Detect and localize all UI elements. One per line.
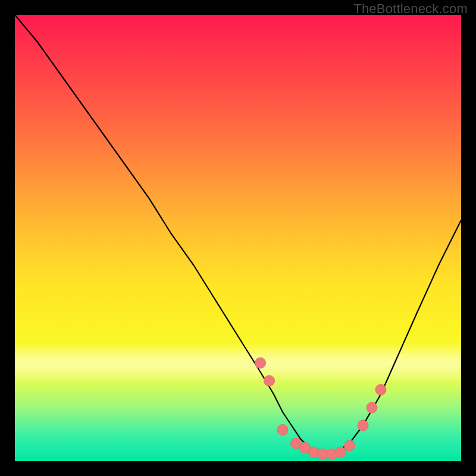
marker-dot <box>367 402 377 413</box>
curve-layer <box>15 15 461 461</box>
marker-dot <box>336 447 346 458</box>
curve-markers <box>255 358 387 459</box>
bottleneck-curve <box>15 15 461 455</box>
marker-dot <box>255 358 266 368</box>
marker-dot <box>375 384 386 395</box>
marker-dot <box>358 420 368 431</box>
chart-frame: TheBottleneck.com <box>0 0 476 476</box>
marker-dot <box>345 440 355 451</box>
marker-dot <box>277 425 288 436</box>
marker-dot <box>264 375 275 386</box>
plot-area <box>15 15 461 461</box>
